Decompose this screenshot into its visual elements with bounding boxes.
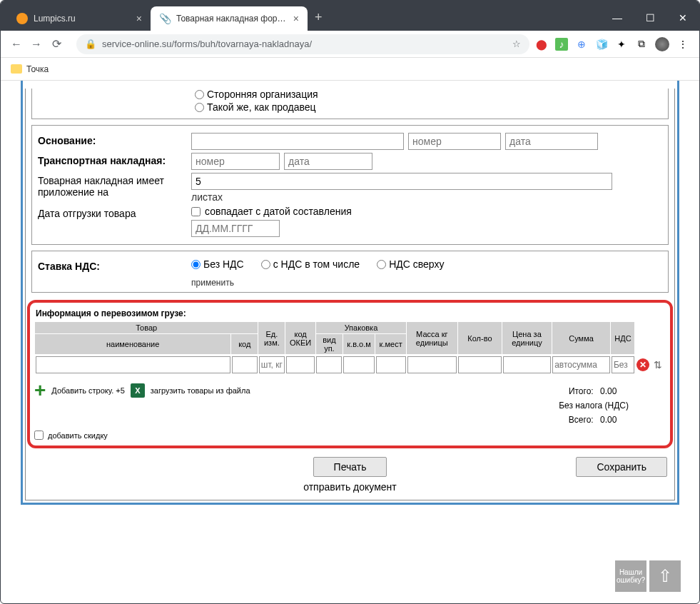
print-button[interactable]: Печать: [313, 457, 387, 477]
new-tab-button[interactable]: +: [315, 10, 323, 25]
action-buttons: Печать Сохранить: [26, 457, 674, 477]
radio-vat-none[interactable]: [191, 260, 201, 269]
ship-date-match-label: совпадает с датой составления: [205, 206, 352, 217]
th-mass: Масса кг единицы: [407, 322, 458, 355]
input-code[interactable]: [232, 356, 258, 373]
itogo-value: 0.00: [600, 386, 629, 396]
attachment-input[interactable]: [191, 173, 612, 190]
load-file-label[interactable]: загрузить товары из файла: [151, 386, 250, 395]
input-unit[interactable]: [259, 356, 285, 373]
cargo-table: Товар Ед. изм. код ОКЕИ Упаковка Масса к…: [34, 321, 666, 375]
no-tax-label: Без налога (НДС): [559, 401, 629, 411]
th-pkg-type: вид уп.: [315, 334, 343, 355]
input-okei[interactable]: [286, 356, 315, 373]
th-name: наименование: [35, 334, 231, 355]
radio-same-seller[interactable]: [195, 103, 204, 112]
radio-vat-included[interactable]: [261, 260, 270, 269]
itogo-label: Итого:: [569, 386, 594, 396]
input-mass[interactable]: [407, 356, 457, 373]
input-name[interactable]: [36, 356, 230, 373]
window-controls: — ☐ ✕: [601, 5, 699, 31]
browser-toolbar: ← → ⟳ 🔒 service-online.su/forms/buh/tova…: [1, 31, 699, 58]
add-row-icon[interactable]: +: [34, 381, 46, 401]
close-window-button[interactable]: ✕: [666, 5, 699, 31]
input-sum[interactable]: [552, 356, 610, 373]
ship-date-label: Дата отгрузки товара: [38, 206, 191, 219]
reload-button[interactable]: ⟳: [46, 34, 66, 54]
input-pkg-type[interactable]: [316, 356, 342, 373]
transport-label: Транспортная накладная:: [38, 153, 191, 166]
attachment-unit: листах: [191, 191, 223, 203]
basis-input[interactable]: [191, 133, 404, 150]
discount-label: добавить скидку: [48, 431, 108, 440]
tab-active[interactable]: 📎 Товарная накладная форма № ×: [151, 6, 308, 31]
ship-date-input[interactable]: [191, 220, 280, 237]
th-price: Цена за единицу: [502, 322, 552, 355]
extensions-icon[interactable]: ✦: [615, 38, 628, 51]
input-qty[interactable]: [458, 356, 502, 373]
input-pkg-places[interactable]: [376, 356, 406, 373]
th-nds: НДС: [611, 322, 635, 355]
attachment-label: Товарная накладная имеет приложение на: [38, 173, 191, 198]
excel-icon[interactable]: X: [131, 383, 145, 398]
ship-date-match-checkbox[interactable]: [191, 207, 201, 216]
found-error-button[interactable]: Нашли ошибку?: [615, 560, 646, 592]
vat-none-label: Без НДС: [203, 258, 244, 270]
basis-date-input[interactable]: [505, 133, 598, 150]
tab-lumpics[interactable]: Lumpics.ru ×: [8, 6, 151, 31]
th-pkg-places: к.мест: [375, 334, 407, 355]
browser-tabs-bar: Lumpics.ru × 📎 Товарная накладная форма …: [1, 1, 699, 31]
delete-row-button[interactable]: ✕: [636, 358, 649, 371]
star-icon[interactable]: ☆: [512, 39, 521, 49]
input-pkg-in[interactable]: [343, 356, 374, 373]
vat-label: Ставка НДС:: [38, 258, 191, 272]
ext-icon-2[interactable]: ♪: [555, 38, 568, 51]
close-icon[interactable]: ×: [136, 13, 142, 24]
cargo-title: Информация о перевозимом грузе:: [36, 308, 666, 318]
th-okei: код ОКЕИ: [285, 322, 316, 355]
transport-date-input[interactable]: [284, 153, 372, 170]
favicon-lumpics: [16, 13, 28, 24]
menu-icon[interactable]: ⋮: [676, 38, 689, 51]
back-button[interactable]: ←: [6, 34, 26, 54]
input-nds[interactable]: [612, 356, 634, 373]
form-outer-frame: Сторонняя организация Такой же, как прод…: [21, 81, 679, 505]
forward-button[interactable]: →: [26, 34, 46, 54]
maximize-button[interactable]: ☐: [634, 5, 666, 31]
bookmarks-bar: Точка: [1, 58, 699, 81]
basis-number-input[interactable]: [408, 133, 501, 150]
cargo-info-section: Информация о перевозимом грузе: Товар Ед…: [27, 300, 673, 448]
minimize-button[interactable]: —: [601, 5, 634, 31]
table-row: ✕ ⇅: [35, 355, 666, 376]
send-document-link[interactable]: отправить документ: [26, 481, 674, 493]
basis-section: Основание: Транспортная накладная: Товар…: [31, 125, 669, 245]
radio-other-org[interactable]: [195, 90, 204, 99]
input-price[interactable]: [503, 356, 551, 373]
transport-number-input[interactable]: [191, 153, 280, 170]
vat-included-label: с НДС в том числе: [273, 258, 360, 270]
ext-icon-1[interactable]: ⬤: [535, 38, 548, 51]
vat-apply-link[interactable]: применить: [38, 278, 662, 288]
add-row-label[interactable]: Добавить строку. +5: [51, 386, 124, 395]
sort-row-button[interactable]: ⇅: [654, 359, 662, 371]
page-scroll[interactable]: Сторонняя организация Такой же, как прод…: [1, 81, 699, 603]
th-qty: Кол-во: [457, 322, 502, 355]
basis-label: Основание:: [38, 133, 191, 146]
avatar-icon[interactable]: [655, 37, 669, 51]
vsego-label: Всего:: [569, 415, 594, 425]
bookmark-item[interactable]: Точка: [26, 64, 49, 74]
floating-buttons: Нашли ошибку? ⇧: [615, 560, 681, 592]
reading-list-icon[interactable]: ⧉: [635, 38, 648, 51]
folder-icon: [11, 64, 22, 74]
radio-vat-ontop[interactable]: [377, 260, 386, 269]
th-sum: Сумма: [552, 322, 611, 355]
save-button[interactable]: Сохранить: [576, 457, 667, 477]
ext-icon-3[interactable]: ⊕: [575, 38, 588, 51]
ext-icon-4[interactable]: 🧊: [595, 38, 608, 51]
url-text: service-online.su/forms/buh/tovarnaya-na…: [102, 39, 512, 49]
discount-checkbox[interactable]: [34, 431, 44, 440]
vat-section: Ставка НДС: Без НДС с НДС в том числе НД…: [31, 251, 669, 293]
url-bar[interactable]: 🔒 service-online.su/forms/buh/tovarnaya-…: [76, 34, 529, 54]
scroll-top-button[interactable]: ⇧: [649, 560, 681, 592]
close-icon[interactable]: ×: [293, 13, 299, 24]
